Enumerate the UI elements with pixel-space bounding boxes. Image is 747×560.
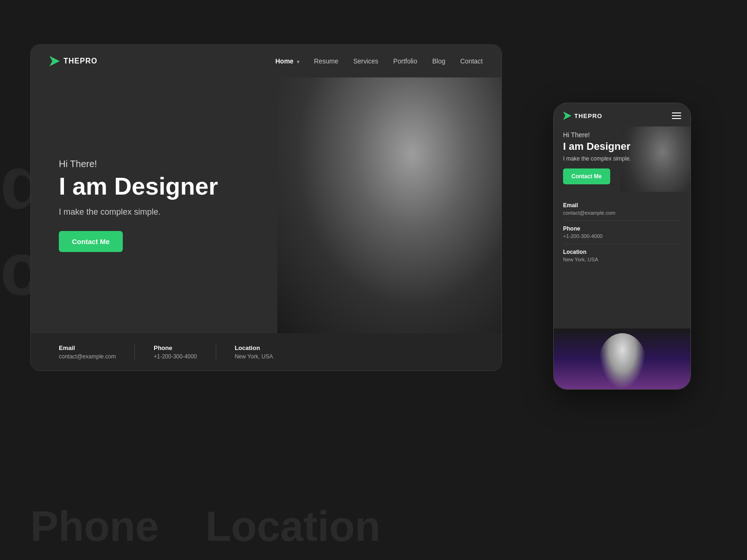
hero-content: Hi There! I am Designer I make the compl… <box>59 159 218 252</box>
nav-item-portfolio[interactable]: Portfolio <box>393 57 417 65</box>
nav-link-home[interactable]: Home ▾ <box>275 57 299 65</box>
mobile-logo-icon <box>563 112 571 120</box>
mobile-contact-info: Email contact@example.com Phone +1-200-3… <box>554 192 691 267</box>
mobile-navbar: THEPRO <box>554 103 691 126</box>
mobile-hero: Hi There! I am Designer I make the compl… <box>554 126 691 192</box>
footer-phone-value: +1-200-300-4000 <box>154 353 197 360</box>
logo-icon <box>49 56 60 66</box>
desktop-card: THEPRO Home ▾ Resume Services Portfolio … <box>30 44 502 371</box>
nav-link-contact[interactable]: Contact <box>460 57 483 65</box>
nav-item-blog[interactable]: Blog <box>432 57 445 65</box>
footer-location-label: Location <box>235 344 273 351</box>
mobile-location-value: New York, USA <box>563 257 681 262</box>
nav-link-services[interactable]: Services <box>353 57 379 65</box>
desktop-contact-button[interactable]: Contact Me <box>59 231 123 252</box>
nav-item-home[interactable]: Home ▾ <box>275 57 299 65</box>
hero-subtitle: I make the complex simple. <box>59 207 218 217</box>
footer-location-value: New York, USA <box>235 353 273 360</box>
nav-item-resume[interactable]: Resume <box>314 57 338 65</box>
footer-location: Location New York, USA <box>216 344 292 360</box>
desktop-footer-bar: Email contact@example.com Phone +1-200-3… <box>31 333 501 371</box>
footer-email-value: contact@example.com <box>59 353 116 360</box>
nav-dropdown-arrow: ▾ <box>297 59 299 64</box>
footer-email-label: Email <box>59 344 116 351</box>
mobile-email-value: contact@example.com <box>563 210 681 216</box>
footer-phone-label: Phone <box>154 344 197 351</box>
mobile-bottom-portrait <box>554 329 691 389</box>
bg-blur-bottom: Phone Location <box>30 503 381 551</box>
mobile-greeting: Hi There! <box>563 131 681 139</box>
nav-link-blog[interactable]: Blog <box>432 57 445 65</box>
logo-text: THEPRO <box>63 57 98 65</box>
mobile-phone-label: Phone <box>563 225 681 232</box>
nav-link-portfolio[interactable]: Portfolio <box>393 57 417 65</box>
hero-portrait-image <box>277 77 501 333</box>
mobile-location-item: Location New York, USA <box>563 244 681 267</box>
nav-link-resume[interactable]: Resume <box>314 57 338 65</box>
desktop-logo: THEPRO <box>49 56 98 66</box>
hamburger-line-1 <box>672 112 681 113</box>
hamburger-menu[interactable] <box>672 112 681 119</box>
mobile-location-label: Location <box>563 249 681 255</box>
nav-item-services[interactable]: Services <box>353 57 379 65</box>
footer-email: Email contact@example.com <box>59 344 134 360</box>
mobile-phone-value: +1-200-300-4000 <box>563 233 681 239</box>
svg-marker-1 <box>563 112 571 120</box>
mobile-phone-item: Phone +1-200-300-4000 <box>563 221 681 244</box>
hero-title: I am Designer <box>59 173 218 200</box>
mobile-subtitle: I make the complex simple. <box>563 155 638 162</box>
mobile-logo: THEPRO <box>563 112 602 120</box>
nav-item-contact[interactable]: Contact <box>460 57 483 65</box>
hero-portrait <box>277 77 501 333</box>
footer-phone: Phone +1-200-300-4000 <box>134 344 215 360</box>
svg-marker-0 <box>49 56 60 66</box>
mobile-card: THEPRO Hi There! I am Designer I make th… <box>553 103 691 390</box>
mobile-email-label: Email <box>563 202 681 209</box>
desktop-navbar: THEPRO Home ▾ Resume Services Portfolio … <box>31 45 501 77</box>
hamburger-line-2 <box>672 115 681 116</box>
desktop-hero: Hi There! I am Designer I make the compl… <box>31 77 501 333</box>
mobile-email-item: Email contact@example.com <box>563 197 681 221</box>
bottom-portrait-image <box>554 329 691 389</box>
hamburger-line-3 <box>672 118 681 119</box>
hero-greeting: Hi There! <box>59 159 218 169</box>
mobile-title: I am Designer <box>563 140 681 153</box>
nav-links: Home ▾ Resume Services Portfolio Blog Co… <box>275 57 483 65</box>
mobile-logo-text: THEPRO <box>574 112 602 119</box>
mobile-contact-button[interactable]: Contact Me <box>563 168 610 184</box>
